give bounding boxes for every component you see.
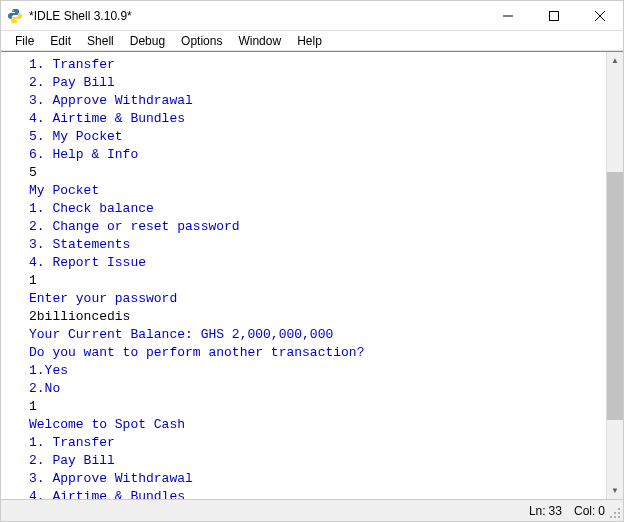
shell-output-line: 1. Transfer: [29, 56, 602, 74]
shell-output-line: 3. Approve Withdrawal: [29, 92, 602, 110]
menu-options[interactable]: Options: [173, 32, 230, 50]
window-title: *IDLE Shell 3.10.9*: [29, 9, 485, 23]
shell-output-line: Do you want to perform another transacti…: [29, 344, 602, 362]
shell-output-line: My Pocket: [29, 182, 602, 200]
menu-file[interactable]: File: [7, 32, 42, 50]
shell-output-line: 1. Transfer: [29, 434, 602, 452]
maximize-button[interactable]: [531, 1, 577, 30]
menu-edit[interactable]: Edit: [42, 32, 79, 50]
menu-window[interactable]: Window: [230, 32, 289, 50]
python-icon: [7, 8, 23, 24]
window-controls: [485, 1, 623, 30]
shell-output-line: Enter your password: [29, 290, 602, 308]
menu-debug[interactable]: Debug: [122, 32, 173, 50]
shell-output-line: 5. My Pocket: [29, 128, 602, 146]
shell-output-line: 4. Report Issue: [29, 254, 602, 272]
status-ln-value: 33: [549, 504, 562, 518]
scroll-up-arrow-icon[interactable]: ▲: [607, 52, 623, 69]
vertical-scrollbar[interactable]: ▲ ▼: [606, 52, 623, 499]
shell-input-line: 5: [29, 164, 602, 182]
svg-point-6: [618, 508, 620, 510]
svg-rect-3: [550, 11, 559, 20]
resize-grip-icon[interactable]: [609, 507, 621, 519]
content-area: 1. Transfer2. Pay Bill3. Approve Withdra…: [1, 51, 623, 499]
menu-shell[interactable]: Shell: [79, 32, 122, 50]
status-col-label: Col:: [574, 504, 595, 518]
shell-input-line: 1: [29, 272, 602, 290]
svg-point-8: [618, 512, 620, 514]
shell-input-line: 2billioncedis: [29, 308, 602, 326]
svg-point-0: [12, 10, 13, 11]
shell-output-line: Welcome to Spot Cash: [29, 416, 602, 434]
status-ln-label: Ln:: [529, 504, 546, 518]
shell-input-line: 1: [29, 398, 602, 416]
svg-point-7: [614, 512, 616, 514]
shell-output-line: 1. Check balance: [29, 200, 602, 218]
shell-output-line: 2. Pay Bill: [29, 452, 602, 470]
shell-text-area[interactable]: 1. Transfer2. Pay Bill3. Approve Withdra…: [1, 52, 606, 499]
shell-output-line: 1.Yes: [29, 362, 602, 380]
title-bar: *IDLE Shell 3.10.9*: [1, 1, 623, 31]
svg-point-1: [16, 20, 17, 21]
shell-output-line: 3. Approve Withdrawal: [29, 470, 602, 488]
scroll-down-arrow-icon[interactable]: ▼: [607, 482, 623, 499]
status-col-value: 0: [598, 504, 605, 518]
shell-output-line: 2. Change or reset password: [29, 218, 602, 236]
minimize-button[interactable]: [485, 1, 531, 30]
scroll-thumb[interactable]: [607, 172, 623, 420]
shell-output-line: 3. Statements: [29, 236, 602, 254]
shell-output-line: 4. Airtime & Bundles: [29, 110, 602, 128]
shell-output-line: 4. Airtime & Bundles: [29, 488, 602, 499]
close-button[interactable]: [577, 1, 623, 30]
status-bar: Ln: 33 Col: 0: [1, 499, 623, 521]
menu-bar: File Edit Shell Debug Options Window Hel…: [1, 31, 623, 51]
svg-point-9: [610, 516, 612, 518]
shell-output-line: 6. Help & Info: [29, 146, 602, 164]
scroll-track[interactable]: [607, 69, 623, 482]
svg-point-11: [618, 516, 620, 518]
menu-help[interactable]: Help: [289, 32, 330, 50]
shell-output-line: 2. Pay Bill: [29, 74, 602, 92]
svg-point-10: [614, 516, 616, 518]
shell-output-line: 2.No: [29, 380, 602, 398]
shell-output-line: Your Current Balance: GHS 2,000,000,000: [29, 326, 602, 344]
